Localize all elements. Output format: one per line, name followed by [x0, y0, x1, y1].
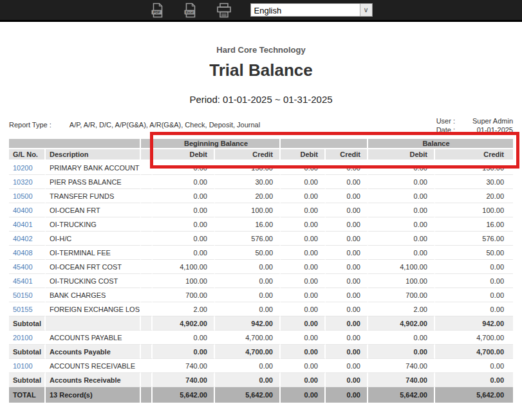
- col-spacer: [141, 149, 153, 161]
- period-debit-cell: 0.00: [281, 203, 326, 217]
- spacer-cell: [141, 232, 153, 246]
- bal-credit-cell: 0.00: [435, 288, 513, 302]
- period-debit-cell: 0.00: [281, 331, 326, 345]
- spacer-cell: [141, 359, 153, 373]
- beg-debit-cell: 100.00: [153, 274, 215, 288]
- period-debit-cell: 0.00: [281, 232, 326, 246]
- gl-number-link[interactable]: 10200: [13, 164, 33, 172]
- gl-no-cell: 45401: [9, 274, 46, 288]
- bal-credit-cell: 0.00: [435, 274, 513, 288]
- gl-number-link[interactable]: 50155: [13, 306, 33, 313]
- beg-debit-cell: 5,642.00: [153, 387, 215, 403]
- bal-debit-cell: 0.00: [368, 232, 435, 246]
- table-row: 40402OI-H/C0.00576.000.000.000.00576.00: [9, 232, 513, 246]
- beg-debit-cell: 0.00: [153, 189, 215, 203]
- gl-no-cell: 40401: [9, 217, 46, 232]
- table-row: 20100ACCOUNTS PAYABLE0.004,700.000.000.0…: [9, 331, 513, 345]
- group-spacer: [141, 139, 153, 149]
- excel-export-button[interactable]: Excel: [183, 3, 198, 18]
- period-debit-cell: 0.00: [281, 316, 326, 331]
- beg-debit-cell: 0.00: [153, 345, 215, 359]
- gl-number-link[interactable]: 10320: [13, 178, 33, 186]
- description-cell: OI-H/C: [46, 232, 141, 246]
- period-debit-cell: 0.00: [281, 274, 326, 288]
- svg-text:PDF: PDF: [153, 10, 161, 14]
- bal-debit-cell: 0.00: [368, 217, 435, 232]
- period-credit-cell: 0.00: [326, 387, 368, 403]
- period-debit-cell: 0.00: [281, 302, 326, 316]
- period-credit-cell: 0.00: [326, 345, 368, 359]
- user-label: User :: [436, 116, 455, 125]
- bal-credit-cell: 5,642.00: [435, 387, 513, 403]
- table-row: 10100ACCOUNTS RECEIVABLE740.000.000.000.…: [9, 359, 513, 373]
- beg-credit-cell: 20.00: [215, 189, 281, 203]
- spacer-cell: [141, 175, 153, 189]
- spacer-cell: [141, 345, 153, 359]
- total-row: TOTAL13 Record(s)5,642.005,642.000.000.0…: [9, 387, 513, 403]
- bal-debit-cell: 0.00: [368, 246, 435, 260]
- spacer-cell: [141, 288, 153, 302]
- gl-number-link[interactable]: 10500: [13, 192, 33, 200]
- bal-credit-cell: 50.00: [435, 246, 513, 260]
- column-header-row: G/L No. Description Debit Credit Debit C…: [9, 149, 513, 161]
- language-select[interactable]: English ∨: [250, 3, 373, 17]
- description-cell: Accounts Payable: [46, 345, 141, 359]
- group-header-row: Beginning Balance Balance: [9, 139, 513, 149]
- gl-number-link[interactable]: 40400: [13, 206, 33, 214]
- report-period: Period: 01-01-2025 ~ 01-31-2025: [0, 94, 522, 105]
- beg-credit-cell: 0.00: [215, 260, 281, 274]
- period-debit-cell: 0.00: [281, 260, 326, 274]
- print-button[interactable]: [216, 3, 232, 18]
- gl-number-link[interactable]: 40408: [13, 249, 33, 257]
- description-cell: PRIMARY BANK ACCOUNT: [46, 161, 141, 175]
- group-blank: [9, 139, 141, 149]
- pdf-export-button[interactable]: PDF: [150, 3, 165, 18]
- col-beg-credit: Credit: [215, 149, 281, 161]
- date-label: Date :: [436, 125, 455, 134]
- dropdown-arrow-icon[interactable]: ∨: [360, 4, 372, 16]
- bal-credit-cell: 942.00: [435, 316, 513, 331]
- gl-number-link[interactable]: 40402: [13, 235, 33, 242]
- gl-no-cell: TOTAL: [9, 387, 46, 403]
- beg-debit-cell: 2.00: [153, 302, 215, 316]
- gl-number-link[interactable]: 45401: [13, 277, 33, 285]
- gl-number-link[interactable]: 10100: [13, 362, 33, 370]
- bal-debit-cell: 700.00: [368, 288, 435, 302]
- spacer-cell: [141, 373, 153, 387]
- description-cell: TRANSFER FUNDS: [46, 189, 141, 203]
- period-debit-cell: 0.00: [281, 387, 326, 403]
- bal-credit-cell: 150.00: [435, 161, 513, 175]
- bal-debit-cell: 0.00: [368, 189, 435, 203]
- bal-credit-cell: 4,700.00: [435, 345, 513, 359]
- beg-credit-cell: 576.00: [215, 232, 281, 246]
- bal-debit-cell: 2.00: [368, 302, 435, 316]
- gl-no-cell: 40408: [9, 246, 46, 260]
- beg-credit-cell: 150.00: [215, 161, 281, 175]
- description-cell: BANK CHARGES: [46, 288, 141, 302]
- spacer-cell: [141, 274, 153, 288]
- description-cell: FOREIGN EXCHANGE LOSS: [46, 302, 141, 316]
- period-debit-cell: 0.00: [281, 161, 326, 175]
- subtotal-row: SubtotalAccounts Payable0.004,700.000.00…: [9, 345, 513, 359]
- gl-number-link[interactable]: 45400: [13, 263, 33, 271]
- gl-number-link[interactable]: 40401: [13, 221, 33, 228]
- bal-debit-cell: 0.00: [368, 175, 435, 189]
- beg-credit-cell: 100.00: [215, 203, 281, 217]
- gl-no-cell: 40400: [9, 203, 46, 217]
- bal-credit-cell: 30.00: [435, 175, 513, 189]
- bal-credit-cell: 0.00: [435, 373, 513, 387]
- period-debit-cell: 0.00: [281, 175, 326, 189]
- period-credit-cell: 0.00: [326, 217, 368, 232]
- gl-number-link[interactable]: 20100: [13, 334, 33, 342]
- period-debit-cell: 0.00: [281, 345, 326, 359]
- period-credit-cell: 0.00: [326, 288, 368, 302]
- gl-number-link[interactable]: 50150: [13, 291, 33, 299]
- col-description: Description: [46, 149, 141, 161]
- gl-no-cell: 10200: [9, 161, 46, 175]
- beg-debit-cell: 4,902.00: [153, 316, 215, 331]
- group-period: [281, 139, 368, 149]
- period-credit-cell: 0.00: [326, 274, 368, 288]
- description-cell: Accounts Receivable: [46, 373, 141, 387]
- spacer-cell: [141, 387, 153, 403]
- table-row: 10200PRIMARY BANK ACCOUNT0.00150.000.000…: [9, 161, 513, 175]
